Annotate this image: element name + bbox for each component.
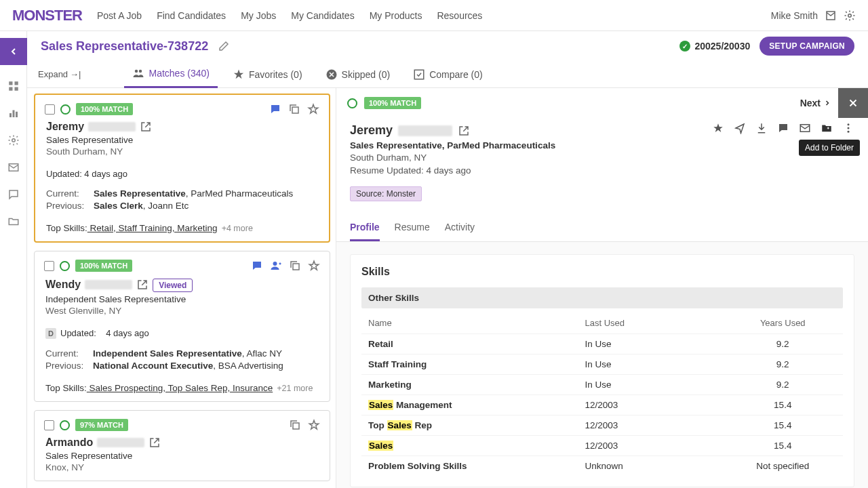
- candidate-current: Current:Independent Sales Representative…: [45, 348, 319, 359]
- close-button[interactable]: [838, 88, 868, 118]
- viewed-badge: Viewed: [153, 279, 193, 292]
- presence-indicator: [60, 261, 70, 271]
- candidate-updated: Updated: 4 days ago: [46, 169, 318, 179]
- detail-tab-profile[interactable]: Profile: [350, 222, 380, 241]
- external-link-icon[interactable]: [136, 279, 149, 291]
- candidate-name: Armando: [45, 436, 319, 449]
- card-copy-icon[interactable]: [289, 419, 301, 431]
- share-icon[interactable]: [734, 122, 746, 134]
- checkmark-icon: ✓: [679, 41, 690, 52]
- brand-logo: MONSTER: [12, 7, 82, 24]
- nav-my-candidates[interactable]: My Candidates: [291, 10, 354, 21]
- skill-row: RetailIn Use9.2: [361, 334, 843, 354]
- chat-icon[interactable]: [777, 122, 789, 134]
- card-star-icon[interactable]: [308, 260, 320, 272]
- detail-tab-resume[interactable]: Resume: [395, 222, 430, 241]
- expand-button[interactable]: Expand →|: [35, 66, 83, 82]
- skill-row: Sales12/200315.4: [361, 436, 843, 456]
- skip-icon: [326, 68, 338, 81]
- nav-resources[interactable]: Resources: [437, 10, 482, 21]
- job-header: Sales Representative-738722 ✓ 20025/2003…: [27, 31, 868, 61]
- card-person-icon[interactable]: [270, 260, 282, 272]
- select-checkbox[interactable]: [45, 104, 55, 115]
- select-checkbox[interactable]: [44, 261, 54, 271]
- next-button[interactable]: Next: [800, 98, 831, 108]
- card-copy-icon[interactable]: [288, 103, 300, 115]
- candidate-previous: Previous:Sales Clerk, Joann Etc: [46, 201, 318, 211]
- grid-icon[interactable]: [7, 80, 20, 92]
- card-star-icon[interactable]: [308, 419, 320, 431]
- external-link-icon[interactable]: [458, 125, 470, 137]
- nav-my-jobs[interactable]: My Jobs: [241, 10, 276, 21]
- candidate-updated: DUpdated: 4 days ago: [45, 328, 319, 339]
- skills-table: Name Last Used Years Used RetailIn Use9.…: [361, 312, 843, 476]
- match-badge: 97% MATCH: [75, 419, 128, 431]
- skill-row: MarketingIn Use9.2: [361, 375, 843, 395]
- candidate-card[interactable]: 100% MATCHJeremySales RepresentativeSout…: [34, 94, 330, 243]
- skills-panel: Skills Other Skills Name Last Used Years…: [350, 254, 854, 487]
- svg-rect-2: [14, 81, 18, 85]
- nav-find-candidates[interactable]: Find Candidates: [157, 10, 226, 21]
- svg-rect-5: [9, 113, 12, 117]
- people-icon: [132, 67, 144, 79]
- mail-icon[interactable]: [825, 9, 837, 22]
- tab-compare[interactable]: Compare (0): [405, 61, 491, 88]
- candidate-name: Jeremy: [46, 121, 318, 133]
- rail-chat-icon[interactable]: [7, 188, 20, 201]
- card-star-icon[interactable]: [307, 103, 319, 115]
- external-link-icon[interactable]: [149, 436, 161, 449]
- presence-indicator: [347, 98, 357, 108]
- candidate-current: Current:Sales Representative, ParMed Pha…: [46, 188, 318, 199]
- col-last: Last Used: [578, 312, 723, 334]
- edit-icon[interactable]: [218, 40, 230, 52]
- main-tabs: Expand →| Matches (340) Favorites (0) Sk…: [27, 61, 868, 88]
- download-icon[interactable]: [755, 122, 768, 134]
- folder-icon[interactable]: [7, 216, 20, 228]
- external-link-icon[interactable]: [140, 121, 152, 133]
- rail-mail-icon[interactable]: [7, 161, 20, 174]
- tab-skipped[interactable]: Skipped (0): [317, 61, 399, 88]
- more-icon[interactable]: [842, 122, 854, 134]
- email-icon[interactable]: [799, 122, 811, 134]
- tab-matches[interactable]: Matches (340): [124, 61, 217, 88]
- candidate-skills: Top Skills: Sales Prospecting, Top Sales…: [45, 383, 319, 393]
- settings-icon[interactable]: [7, 134, 20, 146]
- back-button[interactable]: [0, 38, 27, 65]
- candidate-card[interactable]: 97% MATCHArmandoSales RepresentativeKnox…: [34, 410, 330, 481]
- candidate-title: Sales Representative: [45, 451, 319, 461]
- job-title: Sales Representative-738722: [41, 39, 208, 54]
- svg-rect-7: [16, 112, 18, 117]
- svg-point-21: [848, 131, 850, 133]
- star-tab-icon: [233, 68, 245, 81]
- candidate-list: 100% MATCHJeremySales RepresentativeSout…: [27, 88, 336, 488]
- presence-indicator: [60, 104, 71, 115]
- candidate-title: Independent Sales Representative: [45, 294, 319, 304]
- tab-favorites[interactable]: Favorites (0): [224, 61, 311, 88]
- left-rail: [0, 31, 27, 488]
- favorite-icon[interactable]: [712, 122, 724, 134]
- skills-subhead: Other Skills: [361, 287, 843, 308]
- candidate-previous: Previous:National Account Executive, BSA…: [45, 361, 319, 371]
- select-checkbox[interactable]: [44, 420, 54, 430]
- svg-point-0: [848, 14, 852, 17]
- candidate-location: South Durham, NY: [46, 146, 318, 157]
- candidate-skills: Top Skills: Retail, Staff Training, Mark…: [46, 223, 318, 233]
- detail-tab-activity[interactable]: Activity: [445, 222, 475, 241]
- dup-badge: D: [45, 328, 56, 339]
- add-folder-icon[interactable]: [821, 122, 833, 134]
- svg-point-10: [135, 70, 138, 73]
- nav-my-products[interactable]: My Products: [370, 10, 422, 21]
- svg-rect-14: [292, 107, 298, 113]
- card-chat-icon[interactable]: [251, 260, 263, 272]
- nav-post-job[interactable]: Post A Job: [97, 10, 142, 21]
- chart-icon[interactable]: [7, 107, 20, 119]
- card-chat-icon[interactable]: [269, 103, 281, 115]
- gear-icon[interactable]: [844, 9, 856, 22]
- svg-point-11: [139, 70, 142, 73]
- card-copy-icon[interactable]: [289, 260, 301, 272]
- candidate-card[interactable]: 100% MATCHWendyViewedIndependent Sales R…: [34, 251, 330, 402]
- setup-campaign-button[interactable]: SETUP CAMPAIGN: [760, 37, 854, 56]
- skill-row: Staff TrainingIn Use9.2: [361, 354, 843, 375]
- detail-title: Sales Representative, ParMed Pharmaceuti…: [350, 140, 854, 150]
- candidate-detail: 100% MATCH Next Jeremy Sales Representat…: [336, 88, 868, 488]
